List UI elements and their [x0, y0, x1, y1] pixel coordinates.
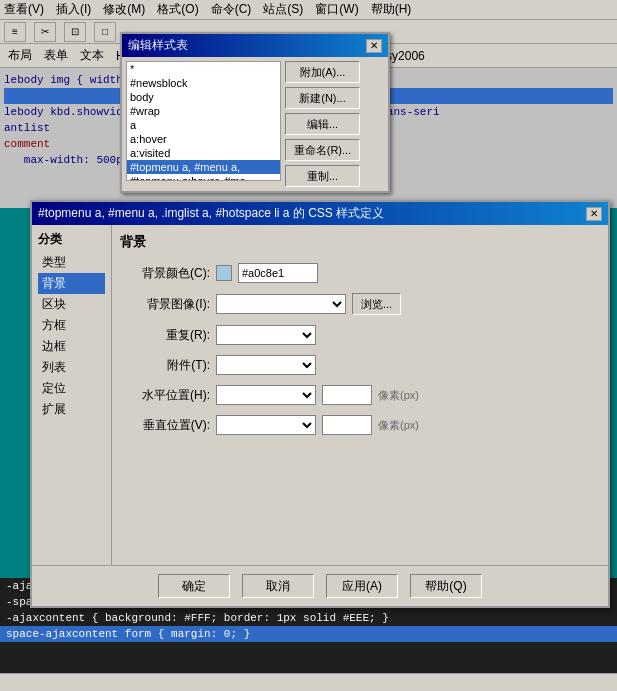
- attachment-select[interactable]: [216, 355, 316, 375]
- panel-title: 背景: [120, 233, 600, 251]
- selector-item-8[interactable]: #topmenu a:hover, #me: [127, 174, 280, 181]
- selector-item-3[interactable]: #wrap: [127, 104, 280, 118]
- hpos-row: 水平位置(H): 像素(px): [120, 385, 600, 405]
- selector-item-1[interactable]: #newsblock: [127, 76, 280, 90]
- category-list: 类型 背景 区块 方框 边框 列表 定位 扩展: [38, 252, 105, 420]
- cssdef-title: #topmenu a, #menu a, .imglist a, #hotspa…: [38, 205, 384, 222]
- selector-list[interactable]: * #newsblock body #wrap a a:hover a:visi…: [126, 61, 281, 181]
- menu-item-insert[interactable]: 插入(I): [56, 1, 91, 18]
- toolbar-btn-1[interactable]: ≡: [4, 22, 26, 42]
- color-swatch[interactable]: [216, 265, 232, 281]
- toolbar2-table[interactable]: 表单: [44, 47, 68, 64]
- category-bg[interactable]: 背景: [38, 273, 105, 294]
- selector-item-6[interactable]: a:visited: [127, 146, 280, 160]
- selector-item-7[interactable]: #topmenu a, #menu a,: [127, 160, 280, 174]
- stylesheet-body: * #newsblock body #wrap a a:hover a:visi…: [122, 57, 388, 191]
- vpos-value-input[interactable]: [322, 415, 372, 435]
- toolbar-btn-2[interactable]: ✂: [34, 22, 56, 42]
- code-line-2: -ajaxcontent { background: #FFF; border:…: [0, 610, 617, 626]
- bg-image-label: 背景图像(I):: [120, 296, 210, 313]
- repeat-select[interactable]: [216, 325, 316, 345]
- stylesheet-close-button[interactable]: ✕: [366, 39, 382, 53]
- browse-button[interactable]: 浏览...: [352, 293, 401, 315]
- toolbar2-layout[interactable]: 布局: [8, 47, 32, 64]
- hpos-value-input[interactable]: [322, 385, 372, 405]
- cssdef-close-button[interactable]: ✕: [586, 207, 602, 221]
- selector-item-2[interactable]: body: [127, 90, 280, 104]
- category-block[interactable]: 区块: [38, 294, 105, 315]
- hpos-label: 水平位置(H):: [120, 387, 210, 404]
- menu-item-site[interactable]: 站点(S): [263, 1, 303, 18]
- repeat-row: 重复(R):: [120, 325, 600, 345]
- menu-item-format[interactable]: 格式(O): [157, 1, 198, 18]
- edit-button[interactable]: 编辑...: [285, 113, 360, 135]
- dialog-stylesheet: 编辑样式表 ✕ * #newsblock body #wrap a a:hove…: [120, 32, 390, 193]
- menu-item-view[interactable]: 查看(V): [4, 1, 44, 18]
- hpos-select[interactable]: [216, 385, 316, 405]
- cssdef-titlebar: #topmenu a, #menu a, .imglist a, #hotspa…: [32, 202, 608, 225]
- category-position[interactable]: 定位: [38, 378, 105, 399]
- cancel-button[interactable]: 取消: [242, 574, 314, 598]
- menu-item-command[interactable]: 命令(C): [211, 1, 252, 18]
- category-border[interactable]: 边框: [38, 336, 105, 357]
- bg-image-row: 背景图像(I): 浏览...: [120, 293, 600, 315]
- vpos-row: 垂直位置(V): 像素(px): [120, 415, 600, 435]
- toolbar-btn-3[interactable]: ⊡: [64, 22, 86, 42]
- selector-item-4[interactable]: a: [127, 118, 280, 132]
- apply-button[interactable]: 应用(A): [326, 574, 398, 598]
- vpos-label: 垂直位置(V):: [120, 417, 210, 434]
- selector-item-0[interactable]: *: [127, 62, 280, 76]
- category-extend[interactable]: 扩展: [38, 399, 105, 420]
- dialog-cssdef: #topmenu a, #menu a, .imglist a, #hotspa…: [30, 200, 610, 608]
- rename-button[interactable]: 重命名(R)...: [285, 139, 360, 161]
- ok-button[interactable]: 确定: [158, 574, 230, 598]
- category-title: 分类: [38, 231, 105, 248]
- statusbar: [0, 673, 617, 691]
- repeat-label: 重复(R):: [120, 327, 210, 344]
- vpos-unit: 像素(px): [378, 418, 419, 433]
- bg-color-row: 背景颜色(C):: [120, 263, 600, 283]
- selector-item-5[interactable]: a:hover: [127, 132, 280, 146]
- bg-color-input[interactable]: [238, 263, 318, 283]
- help-button[interactable]: 帮助(Q): [410, 574, 482, 598]
- stylesheet-title: 编辑样式表: [128, 37, 188, 54]
- category-list[interactable]: 列表: [38, 357, 105, 378]
- content-panel: 背景 背景颜色(C): 背景图像(I): 浏览... 重复(R):: [112, 225, 608, 565]
- bg-color-label: 背景颜色(C):: [120, 265, 210, 282]
- menu-item-modify[interactable]: 修改(M): [103, 1, 145, 18]
- cssdef-body: 分类 类型 背景 区块 方框 边框 列表 定位 扩展 背景 背景颜色(C):: [32, 225, 608, 565]
- stylesheet-buttons: 附加(A)... 新建(N)... 编辑... 重命名(R)... 重制...: [285, 61, 360, 187]
- attachment-label: 附件(T):: [120, 357, 210, 374]
- bg-image-select[interactable]: [216, 294, 346, 314]
- cssdef-footer: 确定 取消 应用(A) 帮助(Q): [32, 565, 608, 606]
- reset-button[interactable]: 重制...: [285, 165, 360, 187]
- category-box[interactable]: 方框: [38, 315, 105, 336]
- toolbar-btn-4[interactable]: □: [94, 22, 116, 42]
- menubar: 查看(V) 插入(I) 修改(M) 格式(O) 命令(C) 站点(S) 窗口(W…: [0, 0, 617, 20]
- menu-item-help[interactable]: 帮助(H): [371, 1, 412, 18]
- vpos-select[interactable]: [216, 415, 316, 435]
- category-panel: 分类 类型 背景 区块 方框 边框 列表 定位 扩展: [32, 225, 112, 565]
- category-type[interactable]: 类型: [38, 252, 105, 273]
- code-line-3: space-ajaxcontent form { margin: 0; }: [0, 626, 617, 642]
- attach-button[interactable]: 附加(A)...: [285, 61, 360, 83]
- toolbar2-text[interactable]: 文本: [80, 47, 104, 64]
- attachment-row: 附件(T):: [120, 355, 600, 375]
- hpos-unit: 像素(px): [378, 388, 419, 403]
- stylesheet-titlebar: 编辑样式表 ✕: [122, 34, 388, 57]
- new-button[interactable]: 新建(N)...: [285, 87, 360, 109]
- menu-item-window[interactable]: 窗口(W): [315, 1, 358, 18]
